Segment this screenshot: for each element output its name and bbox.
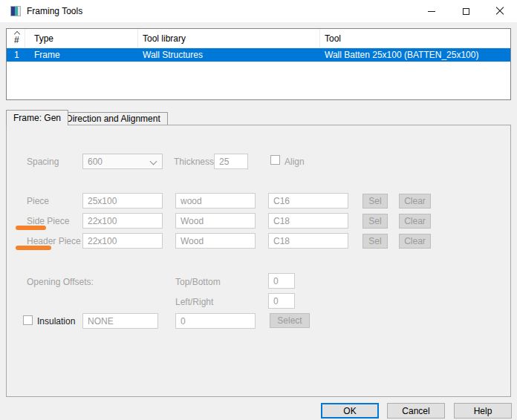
spacing-dropdown[interactable]: 600 [82, 154, 163, 169]
table-row-selected[interactable]: 1 Frame Wall Structures Wall Batten 25x1… [7, 48, 510, 62]
framing-tools-dialog: Framing Tools # Type Tool library Tool 1… [0, 0, 517, 420]
piece-size-field[interactable] [82, 193, 163, 209]
insulation-thickness-field[interactable] [175, 313, 256, 329]
header-piece-sel-button[interactable]: Sel [362, 234, 388, 249]
side-piece-material-field[interactable] [175, 213, 256, 229]
column-header-number[interactable]: # [7, 29, 25, 47]
side-piece-grade-field[interactable] [268, 213, 348, 229]
help-button[interactable]: Help [454, 403, 512, 419]
maximize-button[interactable] [449, 0, 483, 22]
column-header-type[interactable]: Type [25, 29, 138, 47]
piece-label: Piece [27, 196, 49, 206]
cancel-button[interactable]: Cancel [387, 403, 445, 419]
opening-offsets-label: Opening Offsets: [27, 277, 94, 287]
row-number: 1 [7, 50, 25, 60]
tab-frame-gen[interactable]: Frame: Gen [6, 110, 68, 125]
left-right-field[interactable] [268, 293, 295, 309]
thickness-field[interactable] [214, 154, 248, 169]
table-header: # Type Tool library Tool [7, 29, 510, 48]
align-checkbox[interactable] [270, 155, 280, 165]
piece-material-field[interactable] [175, 193, 256, 209]
piece-grade-field[interactable] [268, 193, 348, 209]
header-piece-grade-field[interactable] [268, 233, 348, 249]
spacing-label: Spacing [27, 157, 59, 167]
side-piece-clear-button[interactable]: Clear [399, 214, 431, 229]
header-piece-clear-button[interactable]: Clear [399, 234, 431, 249]
tool-list-table: # Type Tool library Tool 1 Frame Wall St… [6, 28, 511, 100]
tab-direction-and-alignment[interactable]: Direction and Alignment [59, 112, 168, 125]
header-piece-size-field[interactable] [82, 233, 163, 249]
column-header-tool-library[interactable]: Tool library [138, 29, 320, 47]
close-icon [495, 7, 504, 16]
annotation-underline-side-piece [16, 226, 46, 230]
header-piece-label: Header Piece [27, 236, 81, 246]
minimize-icon [428, 11, 435, 12]
ok-button[interactable]: OK [321, 403, 379, 419]
side-piece-label: Side Piece [27, 216, 69, 226]
side-piece-size-field[interactable] [82, 213, 163, 229]
title-bar: Framing Tools [0, 0, 517, 22]
left-right-label: Left/Right [175, 297, 213, 307]
maximize-icon [463, 8, 469, 15]
insulation-select-button[interactable]: Select [270, 313, 310, 328]
spacing-value: 600 [88, 157, 103, 167]
insulation-label: Insulation [37, 316, 75, 327]
insulation-checkbox[interactable] [23, 315, 33, 325]
app-icon [10, 6, 21, 16]
row-type: Frame [25, 50, 138, 60]
frame-gen-panel: Spacing 600 Thickness Align Piece Sel Cl… [6, 125, 511, 397]
row-tool: Wall Batten 25x100 (BATTEN_25x100) [320, 50, 510, 60]
top-bottom-label: Top/Bottom [175, 277, 221, 287]
chevron-down-icon [150, 158, 157, 165]
thickness-label: Thickness [174, 157, 214, 167]
align-label: Align [284, 157, 305, 167]
annotation-underline-header-piece [16, 246, 51, 250]
side-piece-sel-button[interactable]: Sel [362, 214, 388, 229]
row-tool-library: Wall Structures [138, 50, 320, 60]
column-header-tool[interactable]: Tool [320, 29, 510, 47]
top-bottom-field[interactable] [268, 273, 295, 289]
close-button[interactable] [483, 0, 517, 22]
piece-clear-button[interactable]: Clear [399, 194, 431, 209]
header-piece-material-field[interactable] [175, 233, 256, 249]
insulation-name-field[interactable] [82, 313, 158, 329]
window-title: Framing Tools [27, 6, 82, 16]
piece-sel-button[interactable]: Sel [362, 194, 388, 209]
minimize-button[interactable] [414, 0, 449, 22]
